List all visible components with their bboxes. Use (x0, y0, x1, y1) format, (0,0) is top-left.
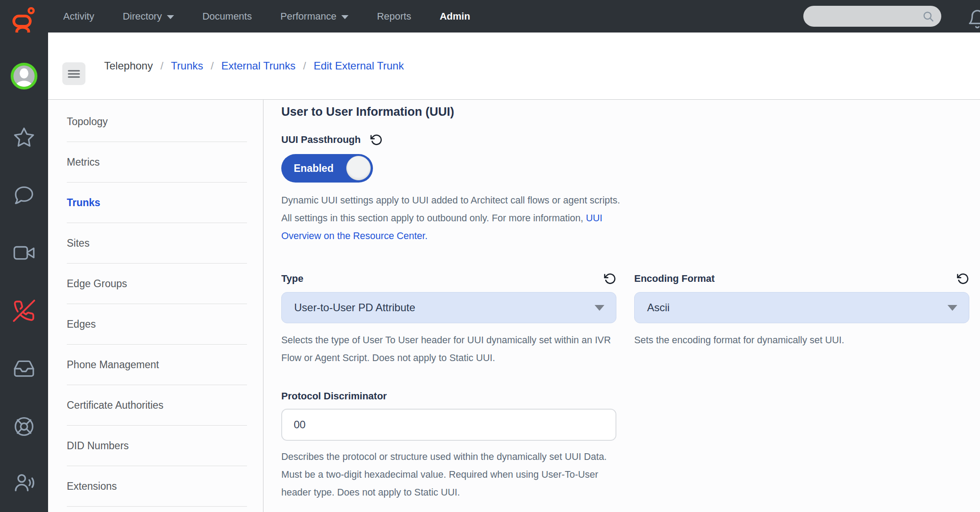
nav-item-activity[interactable]: Activity (63, 11, 94, 22)
sidebar-item-label: DID Numbers (67, 440, 129, 452)
type-helper-text: Selects the type of User To User header … (281, 331, 626, 367)
nav-item-label: Performance (280, 11, 336, 22)
uui-passthrough-label: UUI Passthrough (281, 134, 360, 146)
sidebar-item-extensions[interactable]: Extensions (67, 466, 247, 507)
sidebar-item-sites[interactable]: Sites (67, 223, 247, 264)
type-reset-icon[interactable] (604, 272, 616, 285)
uui-passthrough-toggle[interactable]: Enabled (281, 154, 373, 183)
breadcrumb-separator: / (211, 60, 214, 72)
chevron-down-icon (167, 15, 174, 19)
breadcrumb-item-telephony: Telephony (104, 60, 153, 72)
sidebar-item-label: Certificate Authorities (67, 399, 163, 411)
uui-passthrough-reset-icon[interactable] (370, 134, 383, 146)
sidebar-item-label: Metrics (67, 156, 100, 168)
primary-nav-menu: ActivityDirectoryDocumentsPerformanceRep… (63, 0, 470, 33)
protocol-discriminator-field (281, 409, 616, 441)
chevron-down-icon (595, 305, 604, 311)
sidebar-item-label: Extensions (67, 480, 117, 492)
phone-disabled-icon[interactable] (13, 300, 35, 322)
sidebar-item-topology[interactable]: Topology (67, 102, 247, 142)
breadcrumb-item-edit-external-trunk[interactable]: Edit External Trunk (314, 60, 404, 72)
left-icon-rail (0, 33, 48, 512)
inbox-icon[interactable] (13, 358, 35, 380)
menu-toggle-button[interactable] (62, 62, 85, 85)
protocol-discriminator-label: Protocol Discriminator (281, 390, 387, 402)
chat-icon[interactable] (13, 184, 35, 206)
nav-item-documents[interactable]: Documents (202, 11, 252, 22)
sidebar-item-trunks[interactable]: Trunks (67, 183, 247, 223)
app-window: ActivityDirectoryDocumentsPerformanceRep… (0, 0, 980, 512)
top-navigation-bar: ActivityDirectoryDocumentsPerformanceRep… (0, 0, 980, 33)
sidebar-item-did-numbers[interactable]: DID Numbers (67, 426, 247, 466)
sidebar-item-certificate-authorities[interactable]: Certificate Authorities (67, 385, 247, 426)
notifications-bell-icon[interactable] (967, 9, 980, 31)
breadcrumb-item-trunks[interactable]: Trunks (171, 60, 203, 72)
sidebar-item-label: Edges (67, 318, 96, 330)
sidebar-item-metrics[interactable]: Metrics (67, 142, 247, 183)
nav-item-directory[interactable]: Directory (123, 11, 174, 22)
chevron-down-icon (341, 15, 348, 19)
global-search[interactable] (803, 6, 941, 27)
protocol-discriminator-helper-text: Describes the protocol or structure used… (281, 448, 626, 501)
user-avatar[interactable] (10, 62, 38, 90)
sidebar-item-label: Trunks (67, 197, 100, 209)
breadcrumb-separator: / (303, 60, 306, 72)
type-dropdown-value: User-to-User PD Attribute (294, 301, 595, 314)
type-label: Type (281, 273, 304, 284)
nav-item-label: Directory (123, 11, 162, 22)
uui-description: Dynamic UUI settings apply to UUI added … (281, 191, 626, 245)
sidebar-item-label: Sites (67, 237, 89, 249)
encoding-format-helper-text: Sets the encoding format for dynamically… (634, 331, 979, 349)
video-icon[interactable] (13, 242, 35, 264)
nav-item-label: Activity (63, 11, 94, 22)
nav-item-performance[interactable]: Performance (280, 11, 348, 22)
telephony-side-menu: TopologyMetricsTrunksSitesEdge GroupsEdg… (48, 100, 263, 512)
sidebar-item-label: Edge Groups (67, 278, 127, 290)
breadcrumb-bar: Telephony/Trunks/External Trunks/Edit Ex… (48, 33, 980, 100)
breadcrumb: Telephony/Trunks/External Trunks/Edit Ex… (104, 33, 404, 99)
type-dropdown[interactable]: User-to-User PD Attribute (281, 292, 616, 323)
nav-item-admin[interactable]: Admin (440, 11, 470, 22)
edit-external-trunk-panel: User to User Information (UUI) UUI Passt… (263, 100, 980, 512)
uui-description-text: Dynamic UUI settings apply to UUI added … (281, 195, 620, 223)
protocol-discriminator-input[interactable] (282, 419, 616, 431)
encoding-format-dropdown-value: Ascii (647, 301, 948, 314)
sidebar-item-phone-management[interactable]: Phone Management (67, 345, 247, 385)
breadcrumb-separator: / (160, 60, 163, 72)
sidebar-item-edge-groups[interactable]: Edge Groups (67, 264, 247, 304)
nav-item-label: Reports (377, 11, 411, 22)
sidebar-item-label: Phone Management (67, 359, 159, 371)
sidebar-item-edges[interactable]: Edges (67, 304, 247, 345)
nav-item-label: Admin (440, 11, 470, 22)
search-input[interactable] (813, 11, 922, 22)
nav-item-reports[interactable]: Reports (377, 11, 411, 22)
toggle-knob (346, 156, 371, 180)
encoding-format-label: Encoding Format (634, 273, 715, 284)
encoding-format-dropdown[interactable]: Ascii (634, 292, 969, 323)
chevron-down-icon (948, 305, 957, 311)
page-title: User to User Information (UUI) (281, 104, 454, 119)
nav-item-label: Documents (202, 11, 252, 22)
search-icon (922, 10, 935, 23)
breadcrumb-item-external-trunks[interactable]: External Trunks (221, 60, 296, 72)
help-wheel-icon[interactable] (13, 415, 35, 438)
toggle-state-label: Enabled (294, 154, 333, 183)
agent-audio-icon[interactable] (13, 471, 35, 494)
encoding-format-reset-icon[interactable] (957, 272, 969, 285)
favorites-star-icon[interactable] (13, 126, 35, 149)
sidebar-item-label: Topology (67, 116, 108, 128)
